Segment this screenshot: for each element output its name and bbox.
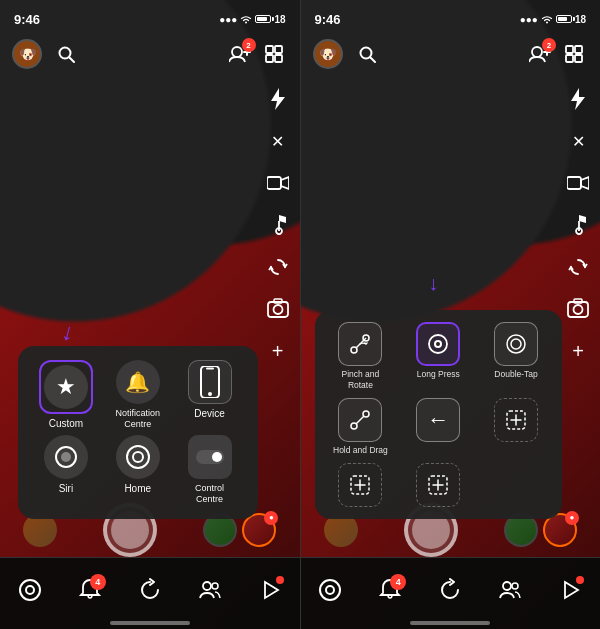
gesture-item-long-press[interactable]: Long Press bbox=[402, 322, 474, 389]
battery-icon bbox=[255, 15, 271, 23]
search-button-left[interactable] bbox=[52, 40, 80, 68]
flash-icon-left[interactable] bbox=[264, 85, 292, 113]
svg-line-48 bbox=[356, 416, 364, 424]
svg-point-62 bbox=[512, 583, 518, 589]
tab-friends-left[interactable] bbox=[198, 578, 222, 602]
camera-icon bbox=[267, 298, 289, 320]
home-circle-icon bbox=[125, 444, 151, 470]
photo-icon-left[interactable] bbox=[264, 295, 292, 323]
home-icon bbox=[116, 435, 160, 479]
tab-notifications-right[interactable]: 4 bbox=[378, 578, 402, 602]
wifi-icon bbox=[240, 15, 252, 24]
svg-point-2 bbox=[232, 47, 242, 57]
rotate-icon-right[interactable] bbox=[564, 253, 592, 281]
menu-item-siri[interactable]: Siri bbox=[32, 435, 100, 505]
right-status-bar: 9:46 ●●● 18 bbox=[301, 0, 601, 32]
tab-refresh-right[interactable] bbox=[438, 578, 462, 602]
right-battery-icon bbox=[556, 15, 572, 23]
plus-icon-left[interactable]: + bbox=[264, 337, 292, 365]
refresh-tab-icon bbox=[138, 578, 162, 602]
siri-icon bbox=[44, 435, 88, 479]
photo-icon-right[interactable] bbox=[564, 295, 592, 323]
notifications-badge-right: 4 bbox=[390, 574, 406, 590]
plus-icon-right[interactable]: + bbox=[564, 337, 592, 365]
menu-item-device[interactable]: Device bbox=[176, 360, 244, 430]
gesture-item-plus3[interactable] bbox=[402, 463, 474, 507]
right-battery-label: 18 bbox=[575, 14, 586, 25]
svg-point-44 bbox=[436, 342, 440, 346]
nav-right: 2 bbox=[226, 40, 288, 68]
search-icon bbox=[57, 45, 75, 63]
badge-add-friend-right: 2 bbox=[542, 38, 556, 52]
tab-play-right[interactable] bbox=[558, 578, 582, 602]
video-icon-left[interactable] bbox=[264, 169, 292, 197]
add-friend-button-right[interactable]: 2 bbox=[526, 40, 554, 68]
search-button-right[interactable] bbox=[353, 40, 381, 68]
music-icon-right[interactable] bbox=[564, 211, 592, 239]
tab-camera-right[interactable] bbox=[318, 578, 342, 602]
svg-point-20 bbox=[133, 452, 143, 462]
right-status-icons: ●●● 18 bbox=[520, 14, 586, 25]
right-camera-tab-icon bbox=[318, 578, 342, 602]
video-icon-right[interactable] bbox=[564, 169, 592, 197]
gesture-item-double-tap[interactable]: Double-Tap bbox=[480, 322, 552, 389]
right-camera-icon bbox=[567, 298, 589, 320]
gesture-item-plus2[interactable] bbox=[325, 463, 397, 507]
svg-point-18 bbox=[61, 452, 71, 462]
right-flip-icon bbox=[568, 257, 588, 277]
hold-drag-svg bbox=[346, 406, 374, 434]
svg-rect-31 bbox=[575, 46, 582, 53]
svg-rect-13 bbox=[274, 299, 282, 303]
menu-item-home[interactable]: Home bbox=[104, 435, 172, 505]
svg-line-26 bbox=[370, 58, 375, 63]
tab-notifications-left[interactable]: 4 bbox=[78, 578, 102, 602]
music-note-icon bbox=[270, 215, 286, 235]
music-icon-left[interactable] bbox=[264, 211, 292, 239]
device-icon bbox=[188, 360, 232, 404]
frame-button-right[interactable] bbox=[560, 40, 588, 68]
add-friend-button[interactable]: 2 bbox=[226, 40, 254, 68]
menu-grid: ★ Custom 🔔 NotificationCentre Devic bbox=[32, 360, 244, 505]
left-bottom-tab-bar: 4 bbox=[0, 557, 300, 629]
pinch-label: Pinch andRotate bbox=[342, 369, 380, 389]
right-right-sidebar: ✕ bbox=[564, 85, 592, 509]
svg-rect-6 bbox=[275, 46, 282, 53]
menu-item-control[interactable]: ControlCentre bbox=[176, 435, 244, 505]
recent-thumb-badge: ● bbox=[264, 511, 278, 525]
avatar-right[interactable]: 🐶 bbox=[313, 39, 343, 69]
long-press-icon bbox=[416, 322, 460, 366]
tab-refresh-left[interactable] bbox=[138, 578, 162, 602]
svg-point-24 bbox=[212, 583, 218, 589]
svg-point-46 bbox=[511, 339, 521, 349]
flash-icon-right[interactable] bbox=[564, 85, 592, 113]
right-music-note-icon bbox=[570, 215, 586, 235]
custom-icon: ★ bbox=[44, 365, 88, 409]
gesture-item-plus1[interactable] bbox=[480, 398, 552, 455]
double-tap-svg bbox=[502, 330, 530, 358]
x-icon-right[interactable]: ✕ bbox=[564, 127, 592, 155]
right-bottom-tab-bar: 4 bbox=[301, 557, 601, 629]
avatar-left[interactable]: 🐶 bbox=[12, 39, 42, 69]
rotate-icon-left[interactable] bbox=[264, 253, 292, 281]
assistive-touch-menu: ↓ ★ Custom 🔔 NotificationCentre bbox=[18, 346, 258, 519]
home-indicator-right bbox=[410, 621, 490, 625]
svg-point-23 bbox=[203, 582, 211, 590]
tab-camera-left[interactable] bbox=[18, 578, 42, 602]
svg-rect-8 bbox=[275, 55, 282, 62]
right-search-icon bbox=[358, 45, 376, 63]
gesture-item-back[interactable]: ← bbox=[402, 398, 474, 455]
tab-play-left[interactable] bbox=[258, 578, 282, 602]
svg-point-59 bbox=[320, 580, 340, 600]
gesture-item-hold-drag[interactable]: Hold and Drag bbox=[325, 398, 397, 455]
svg-point-60 bbox=[326, 586, 334, 594]
right-frame-icon bbox=[563, 43, 585, 65]
plus2-icon bbox=[338, 463, 382, 507]
tab-friends-right[interactable] bbox=[498, 578, 522, 602]
right-signal-icon: ●●● bbox=[520, 14, 538, 25]
menu-item-notification[interactable]: 🔔 NotificationCentre bbox=[104, 360, 172, 430]
x-icon-left[interactable]: ✕ bbox=[264, 127, 292, 155]
menu-item-custom[interactable]: ★ Custom bbox=[32, 360, 100, 430]
gesture-item-pinch[interactable]: Pinch andRotate bbox=[325, 322, 397, 389]
frame-button-left[interactable] bbox=[260, 40, 288, 68]
right-nav-left: 🐶 bbox=[313, 39, 381, 69]
